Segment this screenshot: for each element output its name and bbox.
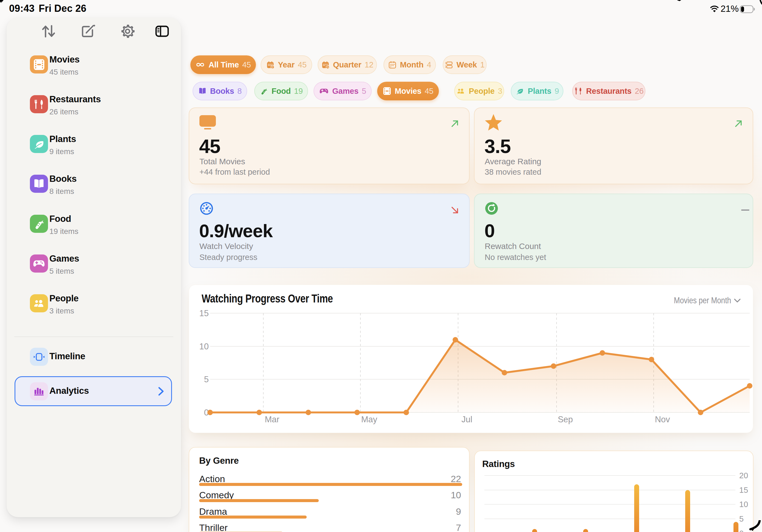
svg-text:15: 15 <box>199 309 209 318</box>
svg-text:10: 10 <box>739 500 748 509</box>
svg-text:May: May <box>361 415 377 424</box>
svg-text:0: 0 <box>739 529 744 532</box>
svg-text:Mar: Mar <box>265 415 279 424</box>
svg-text:Sep: Sep <box>558 415 573 424</box>
svg-text:20: 20 <box>739 471 748 480</box>
svg-text:Nov: Nov <box>655 415 670 424</box>
svg-text:10: 10 <box>199 342 209 351</box>
svg-text:5: 5 <box>204 375 209 384</box>
svg-text:Jul: Jul <box>461 415 472 424</box>
svg-text:15: 15 <box>739 486 748 494</box>
svg-text:5: 5 <box>739 514 744 523</box>
